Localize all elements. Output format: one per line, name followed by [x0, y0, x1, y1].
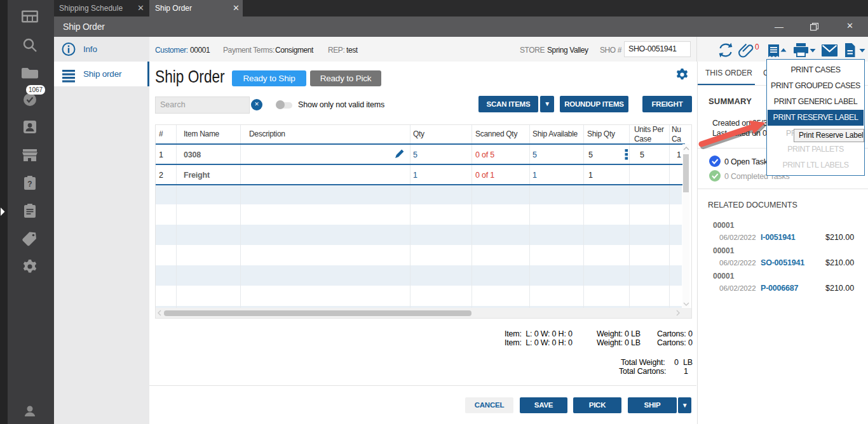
svg-text:0: 0 — [755, 43, 759, 51]
svg-text:?: ? — [27, 180, 32, 189]
